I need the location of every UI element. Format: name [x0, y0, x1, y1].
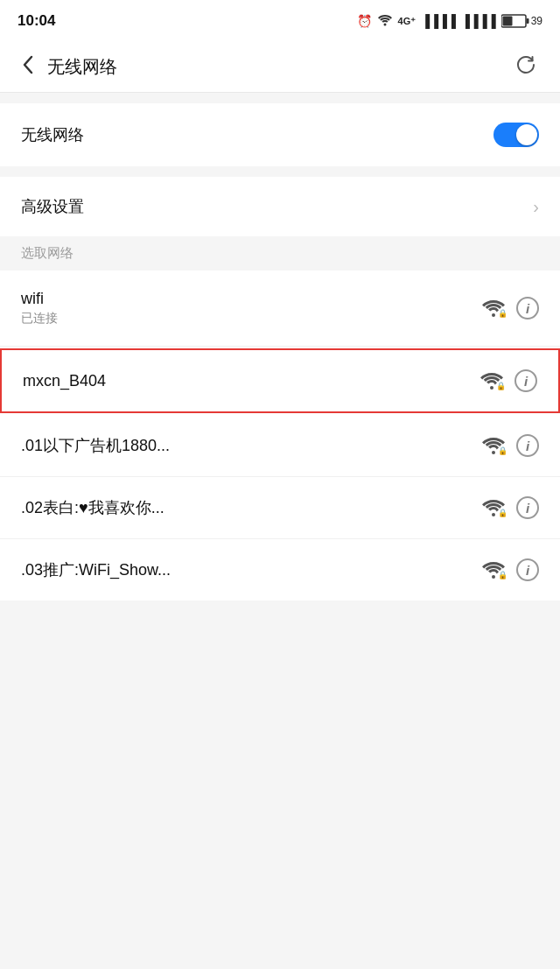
status-icons: ⏰ 4G⁺ ▐▐▐▐ ▐▐▐▐ 39 [357, 14, 542, 29]
info-button[interactable]: i [516, 297, 539, 319]
wifi-toggle-section: 无线网络 [0, 103, 560, 166]
battery-level: 39 [531, 15, 542, 27]
svg-point-4 [492, 313, 495, 317]
wifi-toggle-row[interactable]: 无线网络 [0, 103, 560, 166]
info-button[interactable]: i [514, 369, 537, 392]
page-title: 无线网络 [47, 55, 508, 79]
advanced-row[interactable]: 高级设置 › [0, 177, 560, 236]
4g-icon: 4G⁺ [398, 16, 416, 27]
alarm-icon: ⏰ [357, 14, 372, 28]
refresh-button[interactable] [508, 46, 544, 88]
network-item[interactable]: .02表白:♥我喜欢你... 🔒 i [0, 477, 560, 539]
info-button[interactable]: i [516, 558, 539, 581]
signal-icon-1: ▐▐▐▐ [421, 14, 456, 28]
page-header: 无线网络 [0, 42, 560, 93]
advanced-label: 高级设置 [21, 196, 84, 217]
svg-point-0 [383, 23, 386, 25]
network-icons: 🔒 i [480, 369, 537, 392]
svg-point-8 [492, 575, 495, 579]
svg-point-6 [492, 451, 495, 454]
network-icons: 🔒 i [481, 297, 539, 319]
network-info: mxcn_B404 [23, 372, 106, 390]
network-item[interactable]: .03推广:WiFi_Show... 🔒 i [0, 539, 560, 600]
svg-point-5 [490, 386, 494, 390]
network-info: .01以下广告机1880... [21, 435, 170, 456]
wifi-signal-icon: 🔒 [481, 298, 506, 318]
network-name: wifi [21, 290, 58, 308]
network-name: .01以下广告机1880... [21, 435, 170, 456]
wifi-signal-icon: 🔒 [480, 371, 504, 390]
network-name: mxcn_B404 [23, 372, 106, 390]
wifi-status-icon [377, 14, 393, 29]
network-name: .02表白:♥我喜欢你... [21, 497, 164, 518]
back-button[interactable] [16, 48, 40, 87]
network-info: .02表白:♥我喜欢你... [21, 497, 164, 518]
advanced-section: 高级设置 › [0, 177, 560, 236]
network-item[interactable]: .01以下广告机1880... 🔒 i [0, 415, 560, 477]
svg-rect-2 [526, 18, 528, 24]
signal-icon-2: ▐▐▐▐ [461, 14, 496, 28]
battery-icon: 39 [501, 14, 542, 28]
network-item[interactable]: mxcn_B404 🔒 i [0, 348, 560, 413]
network-list: wifi已连接 🔒 imxcn_B404 🔒 i.01以下广告机1880... … [0, 270, 560, 600]
chevron-right-icon: › [533, 197, 539, 217]
wifi-signal-icon: 🔒 [481, 560, 506, 579]
network-item[interactable]: wifi已连接 🔒 i [0, 270, 560, 347]
status-bar: 10:04 ⏰ 4G⁺ ▐▐▐▐ ▐▐▐▐ 39 [0, 0, 560, 42]
wifi-label: 无线网络 [21, 124, 84, 145]
info-button[interactable]: i [516, 496, 539, 519]
network-connected-label: 已连接 [21, 311, 58, 327]
network-section-label: 选取网络 [0, 236, 560, 270]
status-time: 10:04 [18, 12, 55, 30]
svg-point-7 [492, 513, 495, 516]
network-icons: 🔒 i [481, 496, 539, 519]
info-button[interactable]: i [516, 434, 539, 457]
network-icons: 🔒 i [481, 558, 539, 581]
wifi-toggle[interactable] [494, 123, 539, 147]
network-info: wifi已连接 [21, 290, 58, 327]
network-icons: 🔒 i [481, 434, 539, 457]
wifi-signal-icon: 🔒 [481, 498, 506, 517]
network-name: .03推广:WiFi_Show... [21, 559, 171, 580]
svg-rect-3 [502, 17, 512, 26]
network-info: .03推广:WiFi_Show... [21, 559, 171, 580]
wifi-signal-icon: 🔒 [481, 436, 506, 455]
